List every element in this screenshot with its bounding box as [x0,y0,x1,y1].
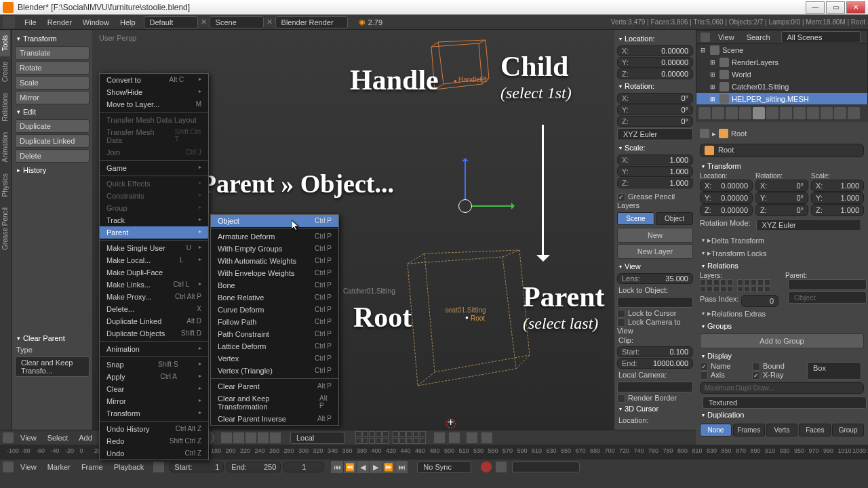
menu-item-group[interactable]: Group [100,202,208,214]
outliner-item-scene[interactable]: ⊟Scene [696,44,867,56]
view-header[interactable]: View [617,260,693,272]
relations-tab[interactable]: Relations [0,87,10,127]
window-menu[interactable]: Window [77,16,115,28]
last-op-header[interactable]: Clear Parent [15,332,90,344]
outliner-view-menu[interactable]: View [714,32,738,43]
screen-layout-dropdown[interactable]: Default [144,16,198,28]
history-panel-header[interactable]: History [15,164,90,176]
loc-x[interactable]: X:0.00000 [617,45,693,56]
menu-item-delete-[interactable]: Delete...X [100,303,208,315]
duplicate-button[interactable]: Duplicate [15,119,90,133]
3d-cursor-header[interactable]: 3D Cursor [617,403,693,415]
menu-item--with-envelope-weights[interactable]: With Envelope WeightsCtrl P [211,267,338,279]
create-tab[interactable]: Create [0,56,10,87]
dup-verts[interactable]: Verts [766,424,798,436]
lens-field[interactable]: Lens:35.000 [617,273,693,284]
layers-widget[interactable] [700,279,778,292]
edit-panel-header[interactable]: Edit [15,106,90,118]
menu-item-game[interactable]: Game [100,162,208,174]
parent-type[interactable]: Object [788,291,867,304]
outliner-item-helper-sitting-mesh[interactable]: ⊞HELPER_sitting.MESH [696,93,867,105]
vh-add-menu[interactable]: Add [75,432,96,443]
clip-end[interactable]: End:10000.000 [617,358,693,369]
object-name-field[interactable]: Root [718,146,734,155]
menu-item-lattice-deform[interactable]: Lattice DeformCtrl P [211,340,338,352]
rot-y[interactable]: Y:0° [617,104,693,115]
delete-button[interactable]: Delete [15,149,90,163]
menu-item-bone[interactable]: BoneCtrl P [211,279,338,291]
outliner-display-mode[interactable]: All Scenes [781,31,861,43]
pass-index[interactable]: 0 [741,295,778,307]
menu-item-curve-deform[interactable]: Curve DeformCtrl P [211,304,338,316]
rotate-button[interactable]: Rotate [15,61,90,75]
auto-keyframe-icon[interactable] [481,462,492,472]
pivot-icon[interactable] [221,432,232,443]
gp-scene-tab[interactable]: Scene [617,212,654,225]
relations-section[interactable]: Relations [700,260,864,272]
menu-item-bone-relative[interactable]: Bone RelativeCtrl P [211,291,338,304]
render-anim-icon[interactable] [481,432,492,443]
transform-panel-header[interactable]: Transform [15,33,90,45]
sync-dropdown[interactable]: No Sync [417,461,471,473]
menu-item-object[interactable]: ObjectCtrl P [211,215,338,227]
duplicate-linked-button[interactable]: Duplicate Linked [15,134,90,148]
parent-field[interactable] [788,279,867,290]
animation-tab[interactable]: Animation [0,127,10,167]
bound-type[interactable]: Box [807,362,861,380]
menu-item-quick-effects[interactable]: Quick Effects [100,178,208,190]
file-menu[interactable]: File [19,16,42,28]
minimize-button[interactable]: — [806,1,825,14]
menu-item-join[interactable]: JoinCtrl J [100,146,208,159]
menu-item-transform[interactable]: Transform [100,407,208,420]
translate-button[interactable]: Translate [15,46,90,60]
location-header[interactable]: Location: [617,33,693,45]
grease-pencil-tab[interactable]: Grease Pencil [0,202,10,256]
gizmo-rotate-icon[interactable] [258,432,269,443]
data-tab-icon[interactable] [793,107,806,119]
menu-item-undo-history[interactable]: Undo HistoryCtrl Alt Z [100,423,208,435]
mirror-button[interactable]: Mirror [15,91,90,104]
render-border-check[interactable]: Render Border [628,394,677,402]
gizmo-translate-icon[interactable] [245,432,256,443]
current-frame[interactable]: 1 [283,462,324,472]
menu-item-clear-parent-inverse[interactable]: Clear Parent InverseAlt P [211,413,338,425]
dup-group[interactable]: Group [832,424,864,436]
menu-item-transfer-mesh-data-layout[interactable]: Transfer Mesh Data Layout [100,114,208,126]
rot-x[interactable]: X:0° [617,93,693,104]
loc-y[interactable]: Y:0.00000 [617,57,693,68]
snap-icon[interactable] [434,432,445,443]
render-engine-dropdown[interactable]: Blender Render [275,16,348,28]
p-rot-z[interactable]: Z:0° [755,204,808,216]
p-scale-z[interactable]: Z:1.000 [811,204,864,216]
jump-start-icon[interactable]: ⏮ [331,461,343,473]
menu-item-redo[interactable]: RedoShift Ctrl Z [100,435,208,447]
play-icon[interactable]: ▶ [370,461,382,473]
outliner-item-catcher01-sitting[interactable]: ⊞Catcher01.Sitting [696,81,867,93]
p-loc-x[interactable]: X:0.00000 [700,180,753,192]
name-check[interactable]: Name [711,362,730,370]
grease-header[interactable]: Grease Pencil Layers [617,192,675,209]
end-frame[interactable]: End:250 [226,462,281,472]
help-menu[interactable]: Help [115,16,141,28]
world-tab-icon[interactable] [739,107,751,119]
menu-item-convert-to[interactable]: Convert toAlt C [100,74,208,86]
scale-x[interactable]: X:1.000 [617,155,693,165]
keyframe-prev-icon[interactable]: ⏪ [344,461,356,473]
rot-mode-dropdown[interactable]: XYZ Euler [617,128,693,140]
blender-icon[interactable] [3,16,15,28]
p-scale-x[interactable]: X:1.000 [811,180,864,192]
jump-end-icon[interactable]: ⏭ [395,461,408,473]
lock-camera-check[interactable]: Lock Camera to View [617,318,681,335]
play-reverse-icon[interactable]: ◀ [357,461,369,473]
pin-icon[interactable] [700,129,709,138]
outliner-editor-icon[interactable] [701,33,710,42]
render-menu[interactable]: Render [42,16,77,28]
scene-tab-icon[interactable] [726,107,738,119]
p-rot-x[interactable]: X:0° [755,180,808,192]
p-rot-mode[interactable]: XYZ Euler [756,219,861,231]
menu-item-vertex-triangle-[interactable]: Vertex (Triangle)Ctrl P [211,365,338,377]
maximize-button[interactable]: ▭ [826,1,845,14]
duplication-section[interactable]: Duplication [700,409,864,421]
render-tab-icon[interactable] [698,107,711,119]
physics-tab-icon[interactable] [848,107,860,119]
